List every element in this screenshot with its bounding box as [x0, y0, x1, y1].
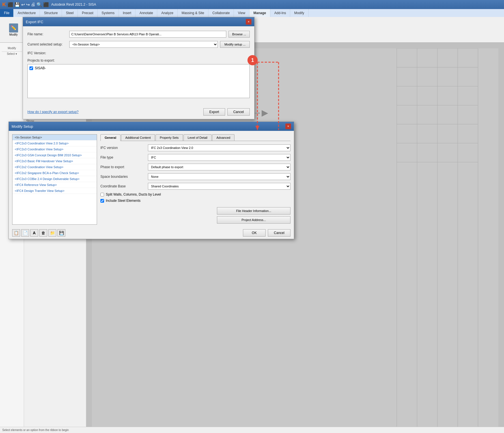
tab-collaborate[interactable]: Collaborate — [208, 9, 234, 17]
setup-item-3[interactable]: <IFC2x3 GSA Concept Design BIM 2010 Setu… — [12, 152, 97, 158]
modify-setup-close-btn[interactable]: × — [285, 124, 291, 129]
project-list-item[interactable]: SISAB- — [29, 66, 248, 71]
file-name-label: File name: — [27, 32, 67, 36]
tab-steel[interactable]: Steel — [62, 9, 78, 17]
project-address-btn[interactable]: Project Address... — [217, 216, 290, 224]
dialog-actions: Export Cancel — [203, 108, 250, 116]
coordinate-base-settings-select[interactable]: Shared CoordinatesProject Base PointSurv… — [148, 183, 290, 190]
tab-addins[interactable]: Add-Ins — [270, 9, 290, 17]
setup-footer-actions: OK Cancel — [243, 229, 290, 237]
modify-cancel-btn[interactable]: Cancel — [268, 229, 290, 237]
ifc-version-settings-row: IFC version IFC 2x3 Coordination View 2.… — [100, 144, 290, 151]
arrow-symbol: →▶ — [253, 108, 268, 118]
settings-action-btns: File Header Information... Project Addre… — [100, 207, 290, 224]
status-text: Select elements or an option from the ri… — [2, 428, 69, 432]
phase-export-settings-row: Phase to export Default phase to exportN… — [100, 164, 290, 170]
tab-file[interactable]: File — [0, 9, 14, 17]
toolbar-icon[interactable]: ↩ — [21, 2, 25, 7]
footer-rename-btn[interactable]: A — [30, 229, 38, 237]
current-setup-row: Current selected setup: <In-Session Setu… — [27, 41, 250, 48]
tab-systems[interactable]: Systems — [98, 9, 119, 17]
tab-structure[interactable]: Structure — [40, 9, 62, 17]
toolbar-icon[interactable]: ⬛ — [8, 2, 13, 7]
modify-label: Modify — [9, 33, 18, 36]
phase-export-settings-label: Phase to export — [100, 165, 146, 169]
toolbar-icon[interactable]: ⬛ — [43, 2, 49, 7]
modify-btn[interactable]: ✏️ Modify — [7, 23, 20, 37]
tab-annotate[interactable]: Annotate — [135, 9, 157, 17]
tab-analyze[interactable]: Analyze — [157, 9, 178, 17]
tab-additional-content[interactable]: Additional Content — [121, 134, 155, 141]
include-steel-label: Include Steel Elements — [106, 199, 141, 203]
coordinate-base-settings-row: Coordinate Base Shared CoordinatesProjec… — [100, 183, 290, 190]
tab-level-of-detail[interactable]: Level of Detail — [184, 134, 212, 141]
export-cancel-btn[interactable]: Cancel — [227, 108, 250, 116]
file-header-btn[interactable]: File Header Information... — [217, 207, 290, 215]
app-title: Autodesk Revit 2021.2 - SISA — [51, 3, 96, 7]
tab-massing[interactable]: Massing & Site — [178, 9, 208, 17]
tab-architecture[interactable]: Architecture — [14, 9, 40, 17]
toolbar-icon[interactable]: ↪ — [26, 2, 30, 7]
space-boundaries-settings-label: Space boundaries — [100, 175, 146, 179]
help-link[interactable]: How do I specify an export setup? — [27, 110, 79, 114]
split-walls-checkbox[interactable] — [100, 193, 104, 196]
project-checkbox[interactable] — [29, 66, 33, 70]
export-btn[interactable]: Export — [203, 108, 225, 116]
tab-general[interactable]: General — [100, 134, 120, 141]
export-ifc-close-btn[interactable]: × — [246, 19, 251, 25]
toolbar-icon[interactable]: 🖨 — [31, 2, 35, 7]
tabs-row: General Additional Content Property Sets… — [100, 134, 290, 141]
toolbar-icon[interactable]: 🔍 — [36, 2, 42, 7]
tab-modify[interactable]: Modify — [290, 9, 308, 17]
setup-item-0[interactable]: <In-Session Setup> — [12, 135, 97, 140]
setup-item-7[interactable]: <IFC2x3 COBie 2.4 Design Deliverable Set… — [12, 176, 97, 182]
tab-advanced[interactable]: Advanced — [212, 134, 234, 141]
tab-property-sets[interactable]: Property Sets — [156, 134, 183, 141]
footer-duplicate-btn[interactable]: 📄 — [21, 229, 29, 237]
modify-ok-btn[interactable]: OK — [243, 229, 266, 237]
file-name-input[interactable] — [69, 31, 226, 38]
modify-setup-titlebar: Modify Setup × — [9, 122, 294, 131]
footer-delete-btn[interactable]: 🗑 — [39, 229, 47, 237]
modify-dialog-body: <In-Session Setup> <IFC2x3 Coordination … — [9, 131, 294, 228]
tab-insert[interactable]: Insert — [119, 9, 135, 17]
app-logo: K — [2, 2, 6, 8]
current-setup-select[interactable]: <In-Session Setup> — [69, 41, 218, 48]
setup-item-1[interactable]: <IFC2x3 Coordination View 2.0 Setup> — [12, 140, 97, 146]
space-boundaries-settings-row: Space boundaries None1st Level2nd Level — [100, 173, 290, 180]
export-ifc-dialog[interactable]: Export IFC × File name: Browse ... Curre… — [23, 17, 255, 119]
setup-item-5[interactable]: <IFC2x2 Coordination View Setup> — [12, 164, 97, 170]
ifc-version-settings-select[interactable]: IFC 2x3 Coordination View 2.0IFC 2x3 Coo… — [148, 144, 290, 151]
setup-item-6[interactable]: <IFC2x2 Singapore BCA e-Plan Check Setup… — [12, 170, 97, 176]
title-bar: K ⬛ 💾 ↩ ↪ 🖨 🔍 ⬛ Autodesk Revit 2021.2 - … — [0, 0, 504, 9]
modify-setup-dialog[interactable]: Modify Setup × <In-Session Setup> <IFC2x… — [8, 122, 294, 239]
export-ifc-footer: How do I specify an export setup? Export… — [23, 106, 254, 119]
include-steel-checkbox[interactable] — [100, 199, 104, 203]
projects-list: SISAB- — [27, 64, 250, 98]
toolbar-icon[interactable]: 💾 — [14, 2, 20, 7]
space-boundaries-settings-select[interactable]: None1st Level2nd Level — [148, 173, 290, 180]
select-tool[interactable]: Select ▾ — [2, 51, 22, 56]
file-type-settings-select[interactable]: IFCIFC XMLZipped IFC — [148, 154, 290, 161]
export-ifc-titlebar: Export IFC × — [23, 17, 254, 26]
browse-btn[interactable]: Browse ... — [229, 31, 250, 38]
setup-item-2[interactable]: <IFC2x3 Coordination View Setup> — [12, 146, 97, 152]
setup-list: <In-Session Setup> <IFC2x3 Coordination … — [12, 134, 97, 225]
export-ifc-body: File name: Browse ... Current selected s… — [23, 26, 254, 106]
setup-item-8[interactable]: <IFC4 Reference View Setup> — [12, 182, 97, 188]
setup-item-4[interactable]: <IFC2x3 Basic FM Handover View Setup> — [12, 158, 97, 164]
tab-precast[interactable]: Precast — [78, 9, 98, 17]
ribbon-tabs: File Architecture Structure Steel Precas… — [0, 9, 504, 17]
modify-tool[interactable]: Modify — [2, 46, 22, 50]
tab-view[interactable]: View — [234, 9, 249, 17]
split-walls-checkbox-row: Split Walls, Columns, Ducts by Level — [100, 192, 290, 196]
footer-import-btn[interactable]: 📁 — [48, 229, 56, 237]
phase-export-settings-select[interactable]: Default phase to exportNew ConstructionE… — [148, 164, 290, 170]
footer-export-btn[interactable]: 💾 — [57, 229, 65, 237]
file-type-settings-row: File type IFCIFC XMLZipped IFC — [100, 154, 290, 161]
setup-item-9[interactable]: <IFC4 Design Transfer View Setup> — [12, 188, 97, 194]
footer-new-btn[interactable]: 📋 — [12, 229, 20, 237]
ribbon-group-modify: ✏️ Modify — [2, 18, 25, 41]
tab-manage[interactable]: Manage — [249, 9, 270, 17]
modify-setup-btn[interactable]: Modify setup ... — [220, 41, 250, 48]
